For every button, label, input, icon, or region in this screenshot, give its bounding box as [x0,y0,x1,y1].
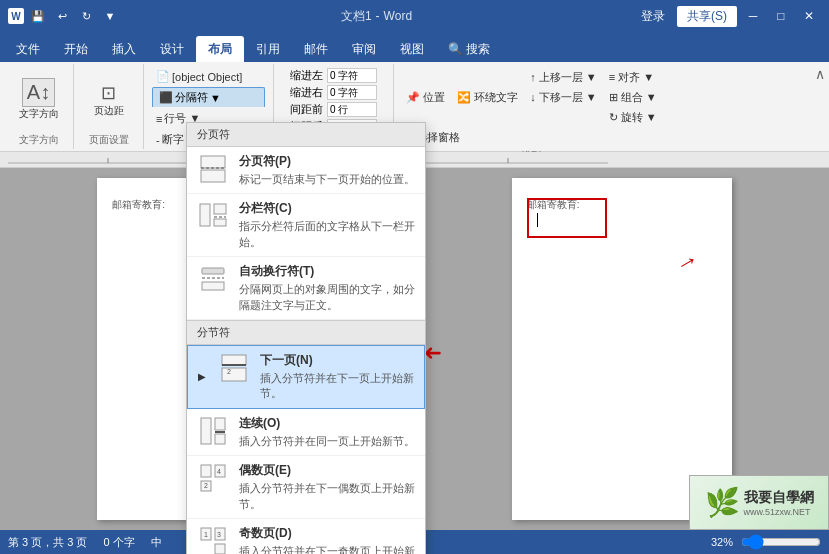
next-page-item[interactable]: ▶ 2 下一页(N) 插入分节符并在下一页上开始新节。 [187,345,425,409]
watermark-logo: 🌿 [705,486,740,519]
indent-right-label: 缩进右 [290,85,323,100]
tab-references[interactable]: 引用 [244,36,292,62]
next-page-icon: 2 [218,352,250,384]
app-name: Word [384,9,412,23]
align-btn[interactable]: ≡ 对齐 ▼ [605,68,661,87]
tab-mail[interactable]: 邮件 [292,36,340,62]
title-separator: - [376,9,380,23]
column-break-item[interactable]: 分栏符(C) 指示分栏符后面的文字格从下一栏开始。 [187,194,425,257]
spacing-before-label: 间距前 [290,102,323,117]
next-page-title: 下一页(N) [260,352,414,369]
status-right: 32% [711,536,821,548]
svg-rect-21 [215,418,225,430]
text-direction-icon: A↕ [22,78,55,107]
odd-page-item[interactable]: 1 3 奇数页(D) 插入分节符并在下一奇数页上开始新节。 [187,519,425,554]
page-break-icon [197,153,229,185]
paper-icon: 📄 [156,70,170,83]
status-left: 第 3 页，共 3 页 0 个字 中 [8,535,162,550]
tab-search[interactable]: 🔍 搜索 [436,36,502,62]
svg-text:2: 2 [227,368,231,375]
svg-rect-17 [222,368,246,381]
tab-review[interactable]: 审阅 [340,36,388,62]
spacing-before-input[interactable] [327,102,377,117]
tab-layout[interactable]: 布局 [196,36,244,62]
title-bar: W 💾 ↩ ↻ ▼ 文档1 - Word 登录 共享(S) ─ □ ✕ [0,0,829,32]
spacing-before-row: 间距前 [290,102,377,117]
red-box-highlight [527,198,607,238]
maximize-button[interactable]: □ [769,4,793,28]
continuous-desc: 插入分节符并在同一页上开始新节。 [239,434,415,449]
odd-page-desc: 插入分节符并在下一奇数页上开始新节。 [239,544,415,554]
title-bar-center: 文档1 - Word [341,8,412,25]
word-count-status: 0 个字 [103,535,134,550]
odd-page-title: 奇数页(D) [239,525,415,542]
svg-text:2: 2 [204,482,208,489]
page-break-item[interactable]: 分页符(P) 标记一页结束与下一页开始的位置。 [187,147,425,194]
odd-page-icon: 1 3 [197,525,229,554]
group-btn[interactable]: ⊞ 组合 ▼ [605,88,661,107]
right-doc-page[interactable]: 邮箱寄教育: [512,178,732,520]
margins-btn[interactable]: ⊡ 页边距 [90,80,128,120]
even-page-title: 偶数页(E) [239,462,415,479]
continuous-item[interactable]: 连续(O) 插入分节符并在同一页上开始新节。 [187,409,425,456]
text-wrap-text: 自动换行符(T) 分隔网页上的对象周围的文字，如分隔题注文字与正文。 [239,263,415,313]
tab-design[interactable]: 设计 [148,36,196,62]
even-page-item[interactable]: 2 4 偶数页(E) 插入分节符并在下一偶数页上开始新节。 [187,456,425,519]
watermark-text: 我要自學網 www.51zxw.NET [744,489,814,517]
watermark-content: 🌿 我要自學網 www.51zxw.NET [705,486,814,519]
column-break-title: 分栏符(C) [239,200,415,217]
tab-file[interactable]: 文件 [4,36,52,62]
next-page-text: 下一页(N) 插入分节符并在下一页上开始新节。 [260,352,414,402]
zoom-slider[interactable] [741,537,821,547]
next-page-desc: 插入分节符并在下一页上开始新节。 [260,371,414,402]
next-page-arrow: ▶ [198,371,208,382]
send-backward-btn[interactable]: ↓ 下移一层 ▼ [526,88,601,107]
text-wrap-title: 自动换行符(T) [239,263,415,280]
page-break-header: 分页符 [187,123,425,147]
section-break-header: 分节符 [187,320,425,345]
tab-home[interactable]: 开始 [52,36,100,62]
watermark-title: 我要自學網 [744,489,814,507]
tab-view[interactable]: 视图 [388,36,436,62]
paper-label: [object Object] [172,71,242,83]
share-button[interactable]: 共享(S) [677,6,737,27]
column-break-desc: 指示分栏符后面的文字格从下一栏开始。 [239,219,415,250]
wrap-text-btn[interactable]: 🔀 环绕文字 [453,68,522,127]
paper-size-btn[interactable]: 📄 [object Object] [152,68,246,85]
breaks-icon: ⬛ [159,91,173,104]
save-qat-btn[interactable]: 💾 [28,6,48,26]
svg-rect-12 [214,219,226,226]
ribbon-tabs: 文件 开始 插入 设计 布局 引用 邮件 审阅 视图 🔍 搜索 [0,32,829,62]
margins-content: ⊡ 页边距 [90,68,128,131]
rotate-btn[interactable]: ↻ 旋转 ▼ [605,108,661,127]
indent-right-row: 缩进右 [290,85,377,100]
tab-insert[interactable]: 插入 [100,36,148,62]
indent-left-row: 缩进左 [290,68,377,83]
text-wrap-item[interactable]: 自动换行符(T) 分隔网页上的对象周围的文字，如分隔题注文字与正文。 [187,257,425,320]
indent-left-input[interactable] [327,68,377,83]
undo-qat-btn[interactable]: ↩ [52,6,72,26]
indent-right-input[interactable] [327,85,377,100]
text-direction-btn[interactable]: A↕ 文字方向 [15,76,63,123]
indent-left-label: 缩进左 [290,68,323,83]
collapse-ribbon-btn[interactable]: ∧ [815,66,825,82]
position-btn[interactable]: 📌 位置 [402,68,449,127]
redo-qat-btn[interactable]: ↻ [76,6,96,26]
breaks-label-top: 分隔符 [175,90,208,105]
breaks-dropdown-menu: 分页符 分页符(P) 标记一页结束与下一页开始的位置。 分栏符(C) [186,122,426,554]
customize-qat-btn[interactable]: ▼ [100,6,120,26]
svg-rect-13 [202,268,224,274]
continuous-text: 连续(O) 插入分节符并在同一页上开始新节。 [239,415,415,449]
word-icon: W [8,8,24,24]
textdir-content: A↕ 文字方向 [15,68,63,131]
svg-rect-6 [201,156,225,168]
svg-rect-24 [201,465,211,477]
continuous-title: 连续(O) [239,415,415,432]
minimize-button[interactable]: ─ [741,4,765,28]
close-button[interactable]: ✕ [797,4,821,28]
login-button[interactable]: 登录 [633,6,673,27]
page-break-title: 分页符(P) [239,153,415,170]
bring-forward-btn[interactable]: ↑ 上移一层 ▼ [526,68,601,87]
svg-text:1: 1 [204,531,208,538]
breaks-btn-top[interactable]: ⬛ 分隔符 ▼ [152,87,265,107]
